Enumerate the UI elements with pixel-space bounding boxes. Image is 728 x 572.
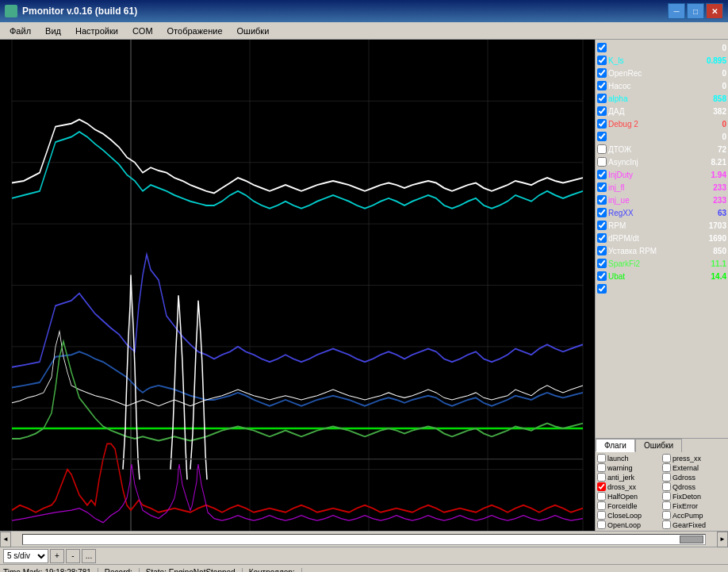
flag-item-warning: warning [597,463,661,472]
scroll-right-button[interactable]: ► [717,532,728,547]
channel-name-17: SparkFi2 [608,259,699,268]
flag-checkbox-FixError[interactable] [662,501,671,510]
flag-checkbox-launch[interactable] [597,454,606,463]
bottom-tabs: Флаги Ошибки launchpress_xxwarningExtern… [596,438,728,531]
channel-checkbox-14[interactable] [597,221,607,230]
channel-checkbox-3[interactable] [597,81,607,90]
bottom-bar: 1 s/div2 s/div5 s/div10 s/div20 s/div50 … [0,547,728,564]
status-bar: Time Mark: 19:18:28:781 Record: State: E… [0,564,728,572]
channel-name-12: inj_ue [608,196,699,205]
channel-name-11: inj_fl [608,183,699,192]
channel-checkbox-4[interactable] [597,94,607,103]
controller-status: Контроллер: [249,568,302,572]
channel-checkbox-0[interactable] [597,43,607,52]
main-content: 0K_ls0.895OpenRec0Насос0alpha858ДАД382De… [0,40,728,531]
menu-settings[interactable]: Настройки [69,25,125,37]
minimize-button[interactable]: ─ [668,3,685,19]
record-status: Record: [105,568,140,572]
flag-item-External: External [662,463,726,472]
channel-checkbox-12[interactable] [597,195,607,205]
flag-item-launch: launch [597,454,661,463]
channel-checkbox-5[interactable] [597,106,607,116]
menu-file[interactable]: Файл [3,25,37,37]
channel-value-0: 0 [699,44,726,52]
flag-checkbox-ForceIdle[interactable] [597,501,606,510]
chart-svg [0,40,595,531]
flag-checkbox-warning[interactable] [597,463,606,472]
flag-checkbox-Gdross[interactable] [662,473,671,482]
scroll-thumb[interactable] [680,536,703,543]
flag-checkbox-anti_jerk[interactable] [597,473,606,482]
channel-name-14: RPM [608,221,699,230]
channel-value-9: 8.21 [699,158,726,167]
flag-label-ForceIdle: ForceIdle [607,502,638,510]
flag-label-warning: warning [607,464,633,472]
channel-checkbox-6[interactable] [597,119,607,129]
app-icon [5,5,17,17]
time-mark: Time Mark: 19:18:28:781 [3,568,98,572]
channel-value-11: 233 [699,183,726,192]
flag-checkbox-press_xx[interactable] [662,454,671,463]
channel-item-17: SparkFi211.1 [596,257,728,270]
channel-checkbox-18[interactable] [597,271,607,281]
channel-name-18: Ubat [608,272,699,281]
flag-checkbox-External[interactable] [662,463,671,472]
channel-checkbox-19[interactable] [597,284,607,294]
more-options-button[interactable]: ... [82,549,96,563]
flag-checkbox-HalfOpen[interactable] [597,492,606,501]
menu-errors[interactable]: Ошибки [231,25,276,37]
channel-checkbox-1[interactable] [597,56,607,65]
flag-checkbox-FixDeton[interactable] [662,492,671,501]
channel-value-5: 382 [699,107,726,116]
tab-errors[interactable]: Ошибки [635,439,682,452]
channel-value-13: 63 [699,209,726,217]
menubar: Файл Вид Настройки COM Отображение Ошибк… [0,22,728,40]
flag-checkbox-dross_xx[interactable] [597,482,606,491]
channel-item-12: inj_ue233 [596,194,728,206]
channel-checkbox-15[interactable] [597,233,607,243]
flag-checkbox-GearFixed[interactable] [662,520,671,529]
channel-list: 0K_ls0.895OpenRec0Насос0alpha858ДАД382De… [596,40,728,438]
chart-area[interactable] [0,40,595,531]
zoom-in-button[interactable]: + [50,549,64,563]
channel-value-17: 11.1 [699,259,726,268]
channel-value-1: 0.895 [699,56,726,65]
flag-item-press_xx: press_xx [662,454,726,463]
channel-checkbox-2[interactable] [597,68,607,78]
flag-item-HalfOpen: HalfOpen [597,492,661,501]
scrollbar[interactable] [22,534,706,545]
channel-checkbox-17[interactable] [597,259,607,268]
scroll-left-button[interactable]: ◄ [0,532,11,547]
channel-item-11: inj_fl233 [596,181,728,194]
tab-flags[interactable]: Флаги [596,439,635,452]
flag-checkbox-AccPump[interactable] [662,511,671,520]
close-button[interactable]: ✕ [706,3,723,19]
flag-checkbox-Qdross[interactable] [662,482,671,491]
flag-label-GearFixed: GearFixed [672,521,706,529]
channel-checkbox-10[interactable] [597,170,607,179]
channel-checkbox-7[interactable] [597,132,607,141]
menu-display[interactable]: Отображение [161,25,229,37]
channel-name-6: Debug 2 [608,120,699,129]
channel-name-10: InjDuty [608,171,699,179]
flag-item-AccPump: AccPump [662,511,726,520]
zoom-out-button[interactable]: - [66,549,80,563]
channel-checkbox-8[interactable] [597,144,607,154]
channel-value-2: 0 [699,69,726,78]
maximize-button[interactable]: □ [687,3,704,19]
channel-checkbox-13[interactable] [597,208,607,217]
time-div-select[interactable]: 1 s/div2 s/div5 s/div10 s/div20 s/div50 … [3,549,48,563]
channel-item-3: Насос0 [596,79,728,92]
channel-checkbox-11[interactable] [597,182,607,192]
menu-com[interactable]: COM [126,25,159,37]
flag-label-launch: launch [607,455,629,463]
flag-checkbox-OpenLoop[interactable] [597,520,606,529]
right-panel: 0K_ls0.895OpenRec0Насос0alpha858ДАД382De… [595,40,728,531]
channel-checkbox-9[interactable] [597,157,607,167]
flag-checkbox-CloseLoop[interactable] [597,511,606,520]
channel-checkbox-16[interactable] [597,246,607,255]
channel-name-15: dRPM/dt [608,234,699,243]
menu-view[interactable]: Вид [39,25,67,37]
flag-label-Qdross: Qdross [672,483,695,491]
channel-item-13: RegXX63 [596,206,728,219]
